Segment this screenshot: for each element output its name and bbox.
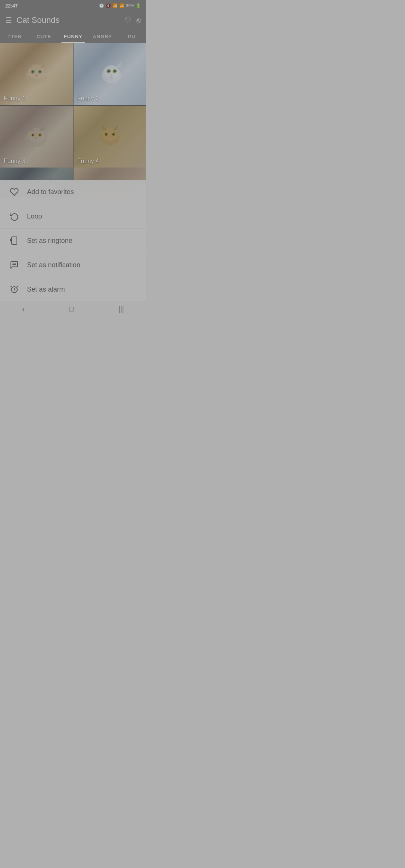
svg-point-56 [14,264,15,265]
signal-icon: 📶 [119,3,124,8]
notification-icon [9,260,20,270]
svg-marker-2 [27,62,33,68]
svg-rect-51 [12,237,17,244]
cat-cell-funny1[interactable]: Funny 1 [0,43,73,105]
status-time: 22:47 [5,3,18,9]
add-favorites-label: Add to favorites [27,188,74,196]
recent-button[interactable]: ||| [111,302,132,316]
wifi-icon: 📶 [112,3,118,8]
home-button[interactable]: □ [62,302,81,316]
svg-point-19 [114,70,116,72]
svg-point-27 [32,134,34,136]
tab-kitten[interactable]: TTEN [0,30,29,43]
cat-cell-funny2[interactable]: Funny 2 [74,43,146,105]
svg-point-28 [39,134,41,136]
ringtone-icon [9,235,20,246]
svg-point-14 [104,65,119,78]
svg-point-55 [13,264,14,265]
bottom-sheet: Add to favorites Loop Set as ringtone [0,180,146,301]
svg-point-57 [15,264,16,265]
alarm-item[interactable]: Set as alarm [0,277,146,301]
svg-marker-3 [40,62,46,68]
cat-cell-funny3[interactable]: Funny 3 [0,106,73,168]
battery-icon: 🔋 [136,3,141,8]
add-favorites-item[interactable]: Add to favorites [0,180,146,204]
app-title: Cat Sounds [16,15,119,25]
alarm-label: Set as alarm [27,286,65,293]
cat-cell-funny4[interactable]: Funny 4 [74,106,146,168]
svg-point-20 [111,75,112,76]
funny1-label: Funny 1 [4,95,26,102]
loop-item[interactable]: Loop [0,204,146,229]
favorite-icon[interactable]: ♡ [124,16,131,25]
heart-icon [9,187,20,197]
svg-point-8 [35,74,38,76]
menu-icon[interactable]: ☰ [5,16,12,25]
notification-item[interactable]: Set as notification [0,253,146,277]
svg-point-44 [109,137,111,139]
svg-point-7 [39,71,41,73]
back-button[interactable]: ‹ [15,302,32,316]
cat-grid: Funny 1 Funny 2 [0,43,146,168]
tab-cute[interactable]: CUTE [29,30,58,43]
svg-line-59 [10,286,12,287]
alarm-status-icon: 🕐 [99,3,104,8]
tab-pu[interactable]: PU [117,30,146,43]
alarm-icon [9,284,20,295]
ringtone-label: Set as ringtone [27,237,72,245]
ringtone-item[interactable]: Set as ringtone [0,229,146,253]
funny3-label: Funny 3 [4,158,26,165]
share-icon[interactable]: ⎋ [136,16,141,25]
svg-point-29 [35,137,38,139]
status-icons: 🕐 🔇 📶 📶 39% 🔋 [99,3,141,8]
battery-text: 39% [126,3,134,8]
loop-icon [9,211,20,221]
tab-funny[interactable]: FUNNY [58,30,88,43]
nav-bar: ‹ □ ||| [0,301,146,316]
tab-bar: TTEN CUTE FUNNY ANGRY PU [0,30,146,43]
svg-marker-37 [113,124,118,130]
funny2-label: Funny 2 [77,95,99,102]
notification-label: Set as notification [27,261,80,269]
app-header: ☰ Cat Sounds ♡ ⎋ [0,10,146,30]
status-bar: 22:47 🕐 🔇 📶 📶 39% 🔋 [0,0,146,10]
svg-marker-36 [102,124,107,130]
svg-line-60 [17,286,18,287]
svg-point-18 [108,70,110,72]
svg-point-6 [32,71,34,73]
mute-icon: 🔇 [106,3,111,8]
tab-angry[interactable]: ANGRY [88,30,117,43]
funny4-label: Funny 4 [77,158,99,165]
svg-point-43 [112,133,114,135]
loop-label: Loop [27,213,42,220]
svg-point-42 [105,133,107,135]
